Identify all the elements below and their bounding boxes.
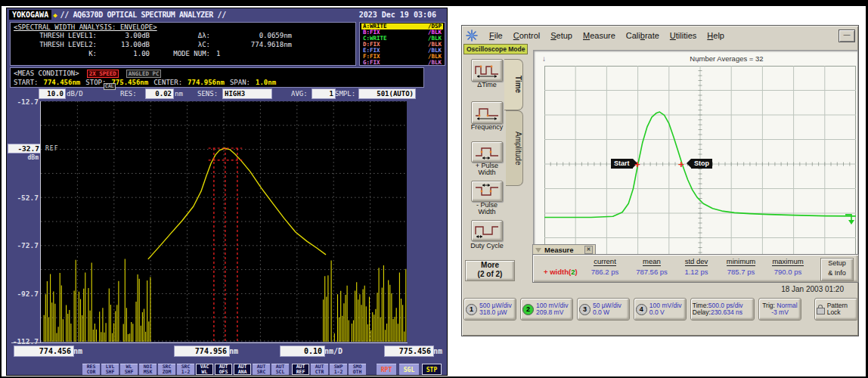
meas-condition-heading-row: <MEAS CONDITION> 2X SPEED ANGLED PC: [14, 69, 420, 78]
repeat-sweep-key[interactable]: RPT: [377, 364, 396, 375]
softkey-aut-src[interactable]: AUTSRC: [253, 364, 270, 375]
softkey-wl-shf[interactable]: WLSHF: [120, 364, 138, 375]
softkey-vac-wl[interactable]: VACWL: [196, 364, 213, 375]
softkey-aut-ana[interactable]: AUTANA: [234, 364, 251, 375]
measure-tab[interactable]: Measure ✕: [532, 244, 596, 255]
x-start-value: 774.456: [14, 346, 73, 356]
measure-body: + width(2) current786.2 ps mean787.56 ps…: [532, 254, 859, 283]
measure-col-std-dev: std dev1.12 ps: [673, 257, 720, 276]
thresh-level2-value: 13.00dB: [100, 40, 150, 49]
close-icon[interactable]: ✕: [584, 246, 593, 254]
channel-3-button[interactable]: 3 50 µW/div0.0 W: [577, 298, 630, 321]
start-cursor-marker[interactable]: +: [634, 160, 640, 169]
trigger-position-icon: ↓: [542, 54, 546, 63]
start-label: START:: [14, 78, 39, 87]
delta-time-button[interactable]: [471, 59, 503, 82]
tab-amplitude[interactable]: Amplitude: [506, 110, 523, 186]
menu-control[interactable]: Control: [513, 31, 540, 40]
x-stop-unit: nm: [433, 346, 442, 356]
channel-1-settings: 500 µW/div318.0 µW: [479, 302, 512, 317]
plus-pulse-width-button[interactable]: [471, 141, 503, 163]
frequency-button[interactable]: [471, 101, 503, 124]
channel-1-button[interactable]: 1 500 µW/div318.0 µW: [463, 298, 516, 321]
duty-cycle-label: Duty Cycle: [462, 243, 512, 249]
softkey-aut-ofs[interactable]: AUTOFS: [215, 364, 232, 375]
trace-g-name: G:FIX: [363, 60, 380, 66]
thresh-level2-label: THRESH LEVEL2:: [14, 40, 100, 49]
channel-bar: 1 500 µW/div318.0 µW 2 100 mV/div209.8 m…: [463, 296, 858, 322]
softkey-aut-ctr[interactable]: AUTCTR: [311, 364, 328, 375]
width-measurement-label: + width(2): [544, 268, 578, 276]
pattern-lock-button[interactable]: PatternLock: [814, 298, 858, 321]
trigger-button[interactable]: Trig: Normal-3 mV: [758, 298, 801, 321]
single-sweep-key[interactable]: SGL: [399, 364, 419, 375]
osa-spectrum-svg: [41, 101, 407, 342]
collapse-triangle-icon[interactable]: [535, 248, 541, 253]
tab-time[interactable]: Time: [504, 59, 523, 110]
osa-titlebar: YOKOGAWA ◆ // AQ6370D OPTICAL SPECTRUM A…: [7, 8, 447, 21]
spectral-width-analysis-box: <SPECTRAL WIDTH ANALYSIS: ENVELOPE> THRE…: [10, 22, 356, 66]
scope-timestamp: 18 Jan 2003 01:20: [708, 285, 844, 293]
cal-badge: CAL: [104, 83, 116, 90]
pattern-lock-label: PatternLock: [827, 302, 848, 317]
softkey-src-zom[interactable]: SRCZOM: [158, 364, 175, 375]
menu-file[interactable]: File: [489, 31, 503, 40]
osa-screen: YOKOGAWA ◆ // AQ6370D OPTICAL SPECTRUM A…: [6, 8, 448, 376]
menu-calibrate[interactable]: Calibrate: [626, 31, 659, 40]
more-button[interactable]: More(2 of 2): [465, 260, 515, 281]
x-center-unit: nm: [229, 346, 238, 356]
meas-condition-values-row: START: 774.456nm STOP: 775.456nm CENTER:…: [14, 78, 420, 87]
minimize-button[interactable]: —: [839, 29, 855, 42]
minus-pulse-width-icon: [474, 184, 500, 199]
menu-setup[interactable]: Setup: [550, 31, 572, 40]
speed-badge: 2X SPEED: [87, 70, 119, 78]
y-tick--92.7: -92.7: [7, 290, 39, 298]
softkey-src-1-2[interactable]: SRC1-2: [177, 364, 194, 375]
meas-condition-heading: <MEAS CONDITION>: [14, 69, 79, 78]
frequency-icon: [474, 105, 500, 120]
center-label: CENTER:: [153, 78, 182, 87]
softkey-swp-1-2[interactable]: SWP1-2: [330, 364, 347, 375]
stop-cursor-marker[interactable]: +: [678, 160, 684, 169]
setup-info-button[interactable]: Setup& Info: [820, 258, 854, 281]
stop-value: 775.456nm: [111, 78, 148, 87]
y-unit-dbm: dBm: [7, 154, 39, 161]
ref-level-box: -32.7: [8, 144, 40, 153]
channel-2-button[interactable]: 2 100 mV/div209.8 mV: [520, 298, 573, 321]
scope-window: File Control Setup Measure Calibrate Uti…: [461, 25, 859, 336]
minus-pulse-width-button[interactable]: [471, 181, 503, 202]
start-cursor-flag[interactable]: Start: [611, 159, 633, 169]
angled-pc-badge: ANGLED PC: [126, 70, 162, 78]
level-scale-unit: dB/D: [67, 89, 83, 98]
timebase-settings: Time:500.0 ps/divDelay:230.634 ns: [693, 302, 743, 317]
measure-tab-label: Measure: [544, 246, 574, 254]
thresh-level1-label: THRESH LEVEL1:: [14, 31, 100, 40]
measure-col-mean: mean787.56 ps: [628, 257, 675, 276]
osa-spectrum-plot: REF: [41, 101, 407, 342]
softkey-aut-scl[interactable]: AUTSCL: [271, 364, 289, 375]
y-tick--12.7: -12.7: [7, 98, 39, 106]
menu-utilities[interactable]: Utilities: [670, 31, 696, 40]
trace-row-g[interactable]: G:FIX/BLK: [361, 60, 443, 66]
smpl-value: 501(AUTO): [359, 89, 415, 98]
y-tick--52.7: -52.7: [7, 194, 39, 202]
duty-cycle-button[interactable]: [471, 220, 503, 241]
plus-pulse-width-label: + PulseWidth: [462, 163, 512, 176]
timebase-button[interactable]: Time:500.0 ps/divDelay:230.634 ns: [690, 298, 755, 321]
menu-measure[interactable]: Measure: [583, 31, 615, 40]
trace-g-mode: /BLK: [428, 60, 442, 66]
meas-condition-box: <MEAS CONDITION> 2X SPEED ANGLED PC STAR…: [10, 67, 424, 88]
analysis-heading: <SPECTRAL WIDTH ANALYSIS: ENVELOPE>: [14, 23, 352, 31]
softkey-smo-oth[interactable]: SMOOTH: [349, 364, 366, 375]
channel-4-button[interactable]: 4 100 mV/div0.0 V: [634, 298, 687, 321]
sens-label: SENS:: [197, 89, 218, 98]
softkey-lvl-shf[interactable]: LVLSHF: [101, 364, 119, 375]
softkey-aut-ref[interactable]: AUTREF: [292, 364, 309, 375]
horizontal-reference-icon: +: [696, 57, 699, 65]
softkey-res-cor[interactable]: RESCOR: [82, 364, 100, 375]
softkey-noi-msk[interactable]: NOIMSK: [139, 364, 157, 375]
y-tick--112.7: -112.7: [7, 337, 39, 345]
stop-sweep-key[interactable]: STP: [422, 364, 442, 375]
menu-help[interactable]: Help: [707, 31, 724, 40]
stop-cursor-flag[interactable]: Stop: [691, 159, 712, 169]
